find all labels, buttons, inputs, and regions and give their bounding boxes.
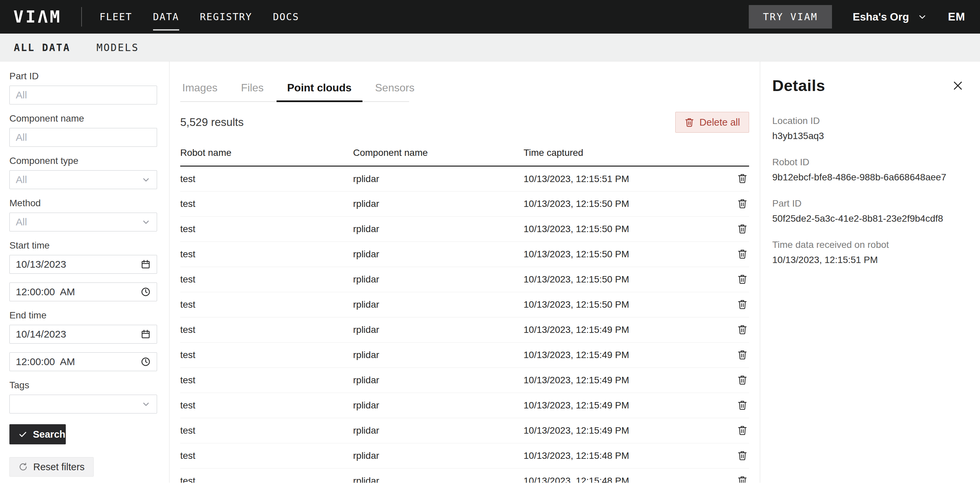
cell-component-name: rplidar (353, 249, 379, 259)
cell-component-name: rplidar (353, 224, 379, 234)
tab-images[interactable]: Images (181, 76, 219, 102)
nav-item-docs[interactable]: DOCS (272, 8, 300, 26)
delete-row-button[interactable] (736, 247, 749, 261)
cell-robot-name: test (180, 400, 195, 410)
robot-id-value: 9b12ebcf-bfe8-486e-988b-6a668648aee7 (772, 172, 966, 183)
table-row[interactable]: test rplidar 10/13/2023, 12:15:49 PM (180, 343, 749, 368)
cell-robot-name: test (180, 375, 195, 385)
column-header-time-captured: Time captured (523, 147, 711, 166)
tab-point-clouds[interactable]: Point clouds (286, 76, 353, 102)
method-select[interactable]: All (10, 213, 157, 231)
tab-files[interactable]: Files (240, 76, 265, 102)
trash-icon (737, 273, 748, 285)
delete-row-button[interactable] (736, 448, 749, 462)
delete-row-button[interactable] (736, 171, 749, 185)
trash-icon (737, 475, 748, 483)
cell-time-captured: 10/13/2023, 12:15:49 PM (523, 375, 629, 385)
start-time-input[interactable]: 12:00:00 AM (10, 282, 157, 301)
component-type-select[interactable]: All (10, 170, 157, 189)
delete-row-button[interactable] (736, 398, 749, 412)
clock-icon (141, 287, 151, 297)
location-id-value: h3yb135aq3 (772, 131, 966, 142)
viam-logo[interactable]: VIΛM (13, 7, 62, 27)
end-time-label: End time (10, 310, 169, 321)
table-row[interactable]: test rplidar 10/13/2023, 12:15:50 PM (180, 217, 749, 242)
method-value: All (16, 216, 27, 228)
component-name-input[interactable] (16, 132, 151, 143)
time-received-label: Time data received on robot (772, 239, 966, 250)
cell-component-name: rplidar (353, 400, 379, 410)
cell-robot-name: test (180, 174, 195, 184)
table-row[interactable]: test rplidar 10/13/2023, 12:15:49 PM (180, 317, 749, 343)
delete-row-button[interactable] (736, 373, 749, 387)
try-viam-button[interactable]: TRY VIAM (749, 5, 832, 29)
chevron-down-icon (141, 217, 151, 227)
cell-component-name: rplidar (353, 174, 379, 184)
subnav-tab-models[interactable]: MODELS (97, 41, 139, 53)
subnav-tab-all-data[interactable]: ALL DATA (14, 41, 70, 53)
cell-time-captured: 10/13/2023, 12:15:49 PM (523, 400, 629, 410)
details-section-location-id: Location ID h3yb135aq3 (772, 116, 966, 142)
delete-row-button[interactable] (736, 297, 749, 311)
search-button[interactable]: Search (10, 424, 66, 445)
trash-icon (737, 173, 748, 184)
reset-filters-label: Reset filters (33, 462, 84, 473)
component-name-field (10, 128, 157, 147)
cell-robot-name: test (180, 476, 195, 483)
table-row[interactable]: test rplidar 10/13/2023, 12:15:50 PM (180, 292, 749, 317)
table-row[interactable]: test rplidar 10/13/2023, 12:15:50 PM (180, 242, 749, 267)
table-header-row: Robot name Component name Time captured (180, 147, 749, 166)
trash-icon (737, 374, 748, 386)
cell-robot-name: test (180, 425, 195, 436)
nav-item-fleet[interactable]: FLEET (99, 8, 132, 26)
table-row[interactable]: test rplidar 10/13/2023, 12:15:51 PM (180, 166, 749, 191)
table-row[interactable]: test rplidar 10/13/2023, 12:15:50 PM (180, 191, 749, 217)
data-subnav: ALL DATA MODELS (0, 33, 980, 61)
component-name-label: Component name (10, 113, 169, 124)
delete-row-button[interactable] (736, 222, 749, 236)
cell-component-name: rplidar (353, 274, 379, 284)
start-time-label: Start time (10, 240, 169, 251)
delete-row-button[interactable] (736, 272, 749, 286)
end-date-input[interactable]: 10/14/2023 (10, 325, 157, 344)
details-header: Details (772, 76, 966, 95)
chevron-down-icon (141, 399, 151, 409)
results-count: 5,529 results (180, 116, 243, 129)
user-avatar[interactable]: EM (948, 10, 966, 23)
table-row[interactable]: test rplidar 10/13/2023, 12:15:50 PM (180, 267, 749, 292)
chevron-down-icon (917, 12, 927, 22)
delete-row-button[interactable] (736, 196, 749, 210)
reset-filters-button[interactable]: Reset filters (10, 457, 94, 477)
end-time-input[interactable]: 12:00:00 AM (10, 352, 157, 371)
tab-sensors[interactable]: Sensors (374, 76, 416, 102)
tags-select[interactable] (10, 395, 157, 413)
close-details-button[interactable] (950, 78, 966, 94)
cell-robot-name: test (180, 450, 195, 461)
delete-row-button[interactable] (736, 473, 749, 483)
delete-row-button[interactable] (736, 348, 749, 362)
delete-row-button[interactable] (736, 322, 749, 336)
point-clouds-table: Robot name Component name Time captured … (180, 147, 749, 483)
table-row[interactable]: test rplidar 10/13/2023, 12:15:49 PM (180, 368, 749, 393)
trash-icon (737, 198, 748, 209)
org-switcher[interactable]: Esha's Org (853, 11, 927, 23)
cell-robot-name: test (180, 274, 195, 284)
cell-time-captured: 10/13/2023, 12:15:50 PM (523, 199, 629, 209)
delete-row-button[interactable] (736, 423, 749, 437)
cell-time-captured: 10/13/2023, 12:15:50 PM (523, 249, 629, 259)
nav-item-registry[interactable]: REGISTRY (199, 8, 253, 26)
delete-all-button[interactable]: Delete all (675, 112, 749, 133)
nav-item-data[interactable]: DATA (153, 8, 180, 26)
table-row[interactable]: test rplidar 10/13/2023, 12:15:49 PM (180, 418, 749, 443)
table-row[interactable]: test rplidar 10/13/2023, 12:15:48 PM (180, 469, 749, 483)
start-date-input[interactable]: 10/13/2023 (10, 255, 157, 274)
table-row[interactable]: test rplidar 10/13/2023, 12:15:49 PM (180, 393, 749, 418)
details-section-part-id: Part ID 50f25de2-5a3c-41e2-8b81-23e2f9b4… (772, 198, 966, 224)
calendar-icon (141, 329, 151, 339)
trash-icon (684, 117, 694, 127)
org-name: Esha's Org (853, 11, 909, 23)
part-id-input[interactable] (16, 89, 151, 101)
trash-icon (737, 450, 748, 461)
close-icon (952, 80, 964, 92)
table-row[interactable]: test rplidar 10/13/2023, 12:15:48 PM (180, 443, 749, 469)
